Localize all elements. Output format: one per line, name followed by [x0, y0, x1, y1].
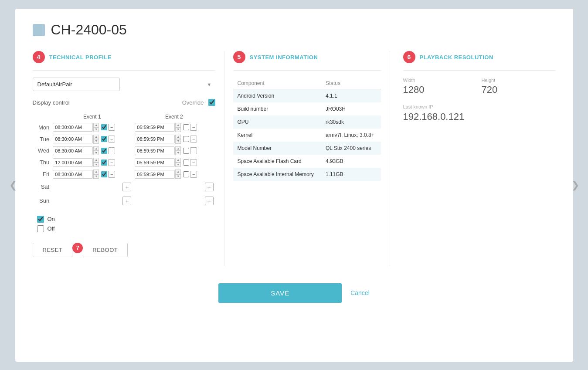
event1-time-input[interactable] — [53, 170, 93, 179]
event2-minus-btn[interactable]: − — [190, 124, 197, 131]
event2-spin-down[interactable]: ▼ — [175, 174, 181, 179]
event2-time-input[interactable] — [135, 158, 175, 167]
reset-button[interactable]: RESET — [33, 243, 73, 257]
tech-section-title: TECHNICAL PROFILE — [49, 54, 112, 61]
off-checkbox[interactable] — [37, 225, 44, 232]
override-checkbox[interactable] — [208, 99, 215, 106]
event2-minus-btn[interactable]: − — [190, 171, 197, 178]
save-button[interactable]: SAVE — [218, 283, 342, 303]
event1-time-input[interactable] — [53, 135, 93, 143]
event2-col-header: Event 2 — [133, 112, 215, 122]
event2-add-btn[interactable]: + — [205, 183, 214, 191]
event1-checkbox[interactable] — [101, 148, 107, 154]
sys-info-row: GPUrk30sdk — [233, 115, 381, 129]
cancel-button[interactable]: Cancel — [350, 289, 370, 296]
last-ip-label: Last known IP — [403, 104, 556, 109]
profile-dropdown[interactable]: DefaultAirPair Profile2 Profile3 — [33, 78, 120, 91]
event1-spin-up[interactable]: ▲ — [93, 123, 99, 127]
event1-spin-down[interactable]: ▼ — [93, 163, 99, 167]
event2-spin-up[interactable]: ▲ — [175, 170, 181, 174]
event1-spin-down[interactable]: ▼ — [93, 139, 99, 143]
step-7-badge: 7 — [72, 243, 83, 253]
day-label: Tue — [33, 133, 51, 145]
day-label: Mon — [33, 122, 51, 133]
status-cell: 4.1.1 — [321, 89, 381, 103]
event2-spin-down[interactable]: ▼ — [175, 139, 181, 143]
event1-timebox: ▲ ▼ — [53, 170, 99, 179]
event1-col-header: Event 1 — [51, 112, 133, 122]
nav-left-button[interactable]: ❮ — [7, 179, 20, 192]
event1-spin-up[interactable]: ▲ — [93, 158, 99, 162]
event2-minus-btn[interactable]: − — [190, 159, 197, 166]
on-checkbox[interactable] — [37, 216, 44, 223]
event1-time-input[interactable] — [53, 158, 93, 167]
event1-minus-btn[interactable]: − — [108, 124, 115, 131]
reboot-button[interactable]: REBOOT — [83, 243, 128, 257]
event1-spin-up[interactable]: ▲ — [93, 146, 99, 151]
status-cell: JRO03H — [321, 102, 381, 115]
event1-minus-btn[interactable]: − — [108, 159, 115, 166]
event2-checkbox[interactable] — [183, 136, 189, 142]
schedule-row: Sun++ — [33, 194, 215, 208]
event1-checkbox[interactable] — [101, 160, 107, 166]
day-label: Sat — [33, 180, 51, 194]
event2-time-input[interactable] — [135, 170, 175, 179]
event2-time-input[interactable] — [135, 123, 175, 132]
event1-spin-down[interactable]: ▼ — [93, 174, 99, 179]
event1-checkbox[interactable] — [101, 124, 107, 130]
event1-time-input[interactable] — [53, 146, 93, 155]
sys-info-row: Space Available Internal Memory1.11GB — [233, 168, 381, 181]
schedule-row: Mon ▲ ▼ − ▲ ▼ — [33, 122, 215, 133]
component-cell: Kernel — [233, 129, 321, 142]
sys-section-header: 5 SYSTEM INFORMATION — [233, 51, 381, 63]
schedule-row: Thu ▲ ▼ − ▲ ▼ — [33, 156, 215, 168]
event2-spin-down[interactable]: ▼ — [175, 127, 181, 132]
playback-divider — [403, 70, 556, 71]
event2-checkbox[interactable] — [183, 124, 189, 130]
event2-add-btn[interactable]: + — [205, 197, 214, 205]
event1-checkbox[interactable] — [101, 136, 107, 142]
event2-spin-up[interactable]: ▲ — [175, 135, 181, 139]
event2-minus-btn[interactable]: − — [190, 147, 197, 154]
event2-cell: ▲ ▼ − — [133, 168, 215, 180]
component-cell: Model Number — [233, 142, 321, 155]
event2-checkbox[interactable] — [183, 171, 189, 177]
event2-minus-btn[interactable]: − — [190, 136, 197, 143]
event2-checkbox[interactable] — [183, 148, 189, 154]
status-cell: 4.93GB — [321, 155, 381, 168]
event1-spin-down[interactable]: ▼ — [93, 127, 99, 132]
event1-minus-btn[interactable]: − — [108, 136, 115, 143]
event1-time-input[interactable] — [53, 123, 93, 132]
event2-timebox: ▲ ▼ — [135, 123, 181, 132]
on-row: On — [33, 216, 215, 223]
section-6-badge: 6 — [403, 51, 415, 63]
sys-info-row: Build numberJRO03H — [233, 102, 381, 115]
event1-checkbox[interactable] — [101, 171, 107, 177]
event1-add-btn[interactable]: + — [122, 197, 131, 205]
event1-spin-up[interactable]: ▲ — [93, 170, 99, 174]
schedule-row: Fri ▲ ▼ − ▲ ▼ — [33, 168, 215, 180]
onoff-section: On Off — [33, 216, 215, 232]
event2-spin-up[interactable]: ▲ — [175, 123, 181, 127]
event1-timebox: ▲ ▼ — [53, 135, 99, 144]
event1-timebox: ▲ ▼ — [53, 146, 99, 156]
day-label: Fri — [33, 168, 51, 180]
event2-spin-up[interactable]: ▲ — [175, 158, 181, 162]
event1-minus-btn[interactable]: − — [108, 171, 115, 178]
event2-time-input[interactable] — [135, 135, 175, 143]
event1-spin-down[interactable]: ▼ — [93, 151, 99, 155]
event1-minus-btn[interactable]: − — [108, 147, 115, 154]
event2-time-input[interactable] — [135, 146, 175, 155]
event2-checkbox[interactable] — [183, 160, 189, 166]
nav-right-button[interactable]: ❯ — [569, 179, 582, 192]
event1-spin-up[interactable]: ▲ — [93, 135, 99, 139]
event2-spin-down[interactable]: ▼ — [175, 151, 181, 155]
status-col-header: Status — [321, 78, 381, 89]
event1-add-btn[interactable]: + — [122, 183, 131, 191]
component-cell: Build number — [233, 102, 321, 115]
event2-spin-up[interactable]: ▲ — [175, 146, 181, 151]
profile-dropdown-wrapper: DefaultAirPair Profile2 Profile3 ▼ — [33, 78, 215, 91]
event2-cell: ▲ ▼ − — [133, 133, 215, 145]
event1-cell: ▲ ▼ − — [51, 133, 133, 145]
event2-spin-down[interactable]: ▼ — [175, 163, 181, 167]
